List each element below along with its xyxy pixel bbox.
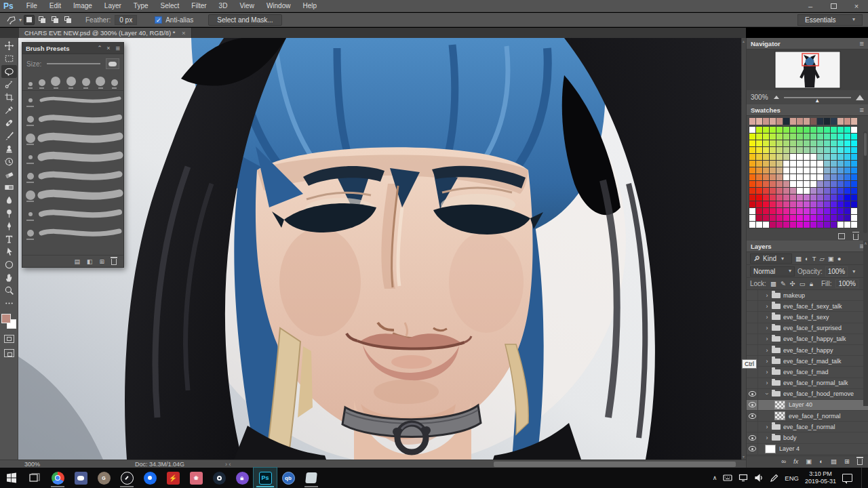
swatch[interactable] [804, 127, 810, 133]
spot-healing-brush-tool[interactable] [1, 117, 17, 129]
chevron-collapsed-icon[interactable]: › [764, 347, 770, 354]
swatches-header[interactable]: Swatches ≡ [747, 104, 868, 116]
swatch[interactable] [844, 195, 850, 201]
edit-toolbar[interactable] [1, 297, 17, 310]
swatch[interactable] [844, 188, 850, 194]
swatch[interactable] [756, 201, 762, 207]
swatch[interactable] [844, 127, 850, 133]
swatch[interactable] [851, 174, 857, 180]
swatch[interactable] [837, 167, 844, 174]
swatch[interactable] [770, 208, 776, 214]
swatch[interactable] [776, 215, 783, 221]
layer-row-makeup[interactable]: ›makeup [747, 290, 868, 301]
swatch[interactable] [770, 167, 776, 174]
pen-input-icon[interactable] [770, 474, 778, 482]
menu-image[interactable]: Image [67, 0, 98, 12]
swatch[interactable] [763, 154, 769, 160]
swatch[interactable] [783, 147, 789, 153]
add-to-selection-button[interactable] [37, 15, 47, 25]
swatch[interactable] [804, 140, 810, 146]
layer-style-icon[interactable]: fx [793, 458, 798, 465]
panel-menu-icon[interactable]: ≡ [860, 106, 864, 114]
menu-filter[interactable]: Filter [185, 0, 212, 12]
link-layers-icon[interactable]: ∞ [781, 458, 786, 465]
swatch[interactable] [783, 154, 789, 160]
swatch[interactable] [804, 118, 810, 125]
chevron-collapsed-icon[interactable]: › [764, 303, 770, 310]
swatch[interactable] [756, 161, 762, 167]
maximize-button[interactable] [822, 0, 845, 12]
swatch[interactable] [810, 215, 816, 221]
layer-thumbnail[interactable] [774, 411, 785, 420]
swatch[interactable] [817, 127, 823, 133]
lock-transparency-icon[interactable]: ▩ [770, 280, 776, 287]
swatch[interactable] [851, 201, 857, 207]
action-center-icon[interactable] [842, 474, 852, 482]
layer-row-eve_face_f_mad_talk[interactable]: ›eve_face_f_mad_talk [747, 356, 868, 367]
swatch[interactable] [749, 195, 755, 201]
swatch[interactable] [837, 215, 844, 221]
filter-kind-dropdown[interactable]: 🔎︎ Kind ▾ [750, 253, 792, 264]
swatch[interactable] [844, 167, 850, 174]
path-selection-tool[interactable] [1, 245, 17, 258]
swatch[interactable] [797, 147, 803, 153]
menu-window[interactable]: Window [260, 0, 297, 12]
stroke-preview-toggle[interactable] [106, 58, 119, 69]
swatch[interactable] [824, 208, 830, 214]
brush-tip[interactable] [82, 78, 90, 89]
chevron-collapsed-icon[interactable]: › [764, 292, 770, 299]
swatch[interactable] [817, 208, 823, 214]
visibility-empty[interactable] [747, 290, 758, 300]
swatch[interactable] [749, 181, 755, 187]
swatch[interactable] [790, 195, 796, 201]
swatch[interactable] [810, 147, 816, 153]
swatch[interactable] [797, 118, 803, 125]
pen-tool[interactable] [1, 220, 17, 232]
visibility-eye-icon[interactable] [747, 389, 758, 399]
visibility-empty[interactable] [747, 334, 758, 344]
lasso-tool[interactable] [1, 65, 17, 78]
chevron-collapsed-icon[interactable]: › [764, 325, 770, 331]
swatch[interactable] [810, 188, 816, 194]
swatch[interactable] [831, 140, 837, 146]
touch-keyboard-icon[interactable] [723, 474, 732, 482]
swatch[interactable] [817, 118, 823, 125]
filter-pixel-icon[interactable]: ▦ [795, 255, 802, 262]
swatch[interactable] [790, 118, 796, 125]
visibility-empty[interactable] [747, 378, 758, 388]
swatch[interactable] [817, 174, 823, 180]
swatch[interactable] [749, 140, 755, 146]
swatch[interactable] [797, 140, 803, 146]
swatch[interactable] [804, 161, 810, 167]
swatch[interactable] [749, 174, 755, 180]
crop-tool[interactable] [1, 91, 17, 104]
swatch[interactable] [763, 161, 769, 167]
swatch[interactable] [810, 167, 816, 174]
swatch[interactable] [831, 174, 837, 180]
taskbar-gimp-icon[interactable]: G [92, 468, 115, 488]
swatch-grid[interactable] [747, 126, 868, 228]
brush-tip-row[interactable] [22, 70, 123, 91]
new-swatch-icon[interactable] [838, 233, 845, 239]
layer-row-eve_face_f_normal_talk[interactable]: ›eve_face_f_normal_talk [747, 378, 868, 389]
swatch[interactable] [783, 188, 789, 194]
swatch[interactable] [797, 181, 803, 187]
swatch[interactable] [804, 208, 810, 214]
swatch[interactable] [790, 222, 796, 228]
document-tab[interactable]: CHARS EVE NEW.psd @ 300% (Layer 40, RGB/… [19, 28, 192, 38]
swatch[interactable] [804, 181, 810, 187]
swatch[interactable] [810, 181, 816, 187]
swatch[interactable] [817, 181, 823, 187]
swatch[interactable] [851, 222, 857, 228]
swatch[interactable] [756, 181, 762, 187]
swatch[interactable] [837, 147, 844, 153]
swatch[interactable] [844, 134, 850, 140]
swatch[interactable] [776, 118, 783, 125]
swatch[interactable] [837, 134, 844, 140]
delete-swatch-icon[interactable] [853, 234, 859, 240]
swatch[interactable] [804, 174, 810, 180]
taskbar-password-manager-icon[interactable]: 🔒︎ [231, 468, 254, 488]
swatch[interactable] [783, 195, 789, 201]
swatch[interactable] [824, 222, 830, 228]
swatch[interactable] [804, 167, 810, 174]
